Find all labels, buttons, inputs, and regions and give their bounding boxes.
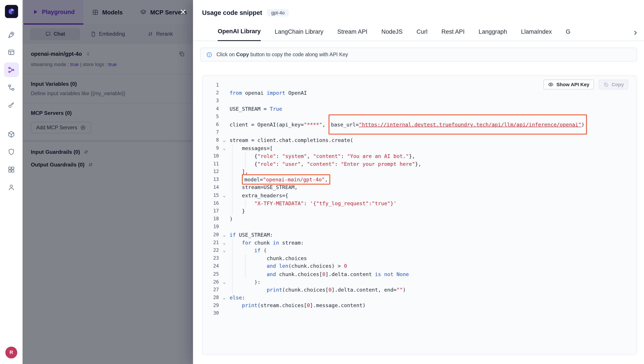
- show-api-key-label: Show API Key: [556, 82, 589, 87]
- fold-chevron-icon[interactable]: ⌄: [219, 192, 230, 199]
- code-line: 15⌄ extra_headers={: [202, 192, 636, 199]
- code-text: model="openai-main/gpt-4o",: [230, 176, 330, 184]
- info-text: Click on Copy button to copy the code al…: [217, 52, 348, 57]
- line-number: 2: [202, 89, 219, 97]
- fold-gutter: [219, 89, 230, 97]
- truefoundry-logo[interactable]: [5, 5, 18, 18]
- line-number: 14: [202, 184, 219, 192]
- code-lines: 12from openai import OpenAI34USE_STREAM …: [202, 81, 636, 317]
- line-number: 21: [202, 239, 219, 246]
- line-number: 9: [202, 144, 219, 152]
- copy-info-banner: Click on Copy button to copy the code al…: [200, 48, 637, 62]
- tab-overflow-cut[interactable]: G: [566, 28, 570, 40]
- modal-dim-overlay: [23, 0, 193, 364]
- fold-gutter: [219, 152, 230, 160]
- code-text: for chunk in stream:: [230, 239, 304, 246]
- line-number: 30: [202, 310, 219, 318]
- copy-icon: [603, 82, 608, 87]
- integrations-nav-apps-icon[interactable]: [4, 162, 19, 177]
- fold-gutter: [219, 168, 230, 176]
- fold-gutter: [219, 160, 230, 168]
- code-line: 21⌄ for chunk in stream:: [202, 239, 636, 246]
- close-icon: [179, 8, 187, 16]
- code-text: print(chunk.choices[0].delta.content, en…: [230, 286, 406, 294]
- tab-langchain-library[interactable]: LangChain Library: [275, 28, 323, 40]
- fold-gutter: [219, 97, 230, 105]
- tab-nodejs[interactable]: NodeJS: [381, 28, 403, 40]
- fold-chevron-icon[interactable]: ⌄: [219, 246, 230, 254]
- code-text: chunk.choices: [230, 254, 307, 262]
- fold-chevron-icon[interactable]: ⌄: [219, 231, 230, 239]
- user-avatar[interactable]: R: [5, 346, 17, 358]
- code-line: 25 and chunk.choices[0].delta.content is…: [202, 270, 636, 278]
- fold-gutter: [219, 81, 230, 89]
- line-number: 28: [202, 294, 219, 302]
- fold-chevron-icon[interactable]: ⌄: [219, 294, 230, 302]
- code-text: client = OpenAI(api_key="****", base_url…: [230, 120, 587, 128]
- code-line: 14 stream=USE_STREAM,: [202, 184, 636, 192]
- line-number: 7: [202, 128, 219, 136]
- code-line: 19: [202, 223, 636, 231]
- ai-gateway-nav-icon[interactable]: [4, 62, 19, 77]
- code-line: 2from openai import OpenAI: [202, 89, 636, 97]
- docs-nav-shield-icon[interactable]: [4, 144, 19, 159]
- code-text: stream = client.chat.completions.create(: [230, 136, 353, 144]
- tab-stream-api[interactable]: Stream API: [337, 28, 368, 40]
- line-number: 29: [202, 302, 219, 310]
- line-number: 6: [202, 120, 219, 128]
- code-text: extra_headers={: [230, 192, 288, 199]
- line-number: 25: [202, 270, 219, 278]
- indent-guide: [245, 254, 246, 278]
- fold-chevron-icon[interactable]: ⌄: [219, 144, 230, 152]
- account-nav-user-icon[interactable]: [4, 180, 19, 194]
- code-line: 20⌄if USE_STREAM:: [202, 231, 636, 239]
- tab-rest-api[interactable]: Rest API: [441, 28, 465, 40]
- secrets-nav-key-icon[interactable]: [4, 98, 19, 112]
- code-line: 17 }: [202, 207, 636, 215]
- code-line: 26⌄ ):: [202, 278, 636, 286]
- icon-rail: R: [0, 0, 23, 364]
- code-text: if USE_STREAM:: [230, 231, 273, 239]
- tab-curl[interactable]: Curl: [417, 28, 427, 40]
- logo-cube-icon: [7, 8, 16, 16]
- fold-gutter: [219, 184, 230, 192]
- code-text: {"role": "system", "content": "You are a…: [230, 152, 415, 160]
- tabs-scroll-right-chevron-icon[interactable]: [632, 30, 638, 36]
- line-number: 10: [202, 152, 219, 160]
- line-number: 12: [202, 168, 219, 176]
- tab-openai-library[interactable]: OpenAI Library: [218, 28, 261, 41]
- show-api-key-button[interactable]: Show API Key: [543, 80, 594, 90]
- code-text: ):: [230, 278, 261, 286]
- code-line: 22⌄ if (: [202, 246, 636, 254]
- workflows-nav-icon[interactable]: [4, 80, 19, 95]
- fold-chevron-icon[interactable]: ⌄: [219, 278, 230, 286]
- fold-chevron-icon[interactable]: ⌄: [219, 239, 230, 246]
- deploy-nav-rocket-icon[interactable]: [4, 27, 19, 42]
- line-number: 17: [202, 207, 219, 215]
- line-number: 15: [202, 192, 219, 199]
- line-number: 20: [202, 231, 219, 239]
- code-actions: Show API Key Copy: [543, 80, 628, 90]
- close-drawer-button[interactable]: [177, 6, 189, 18]
- fold-gutter: [219, 302, 230, 310]
- tab-llamaindex[interactable]: LlamaIndex: [521, 28, 552, 40]
- fold-chevron-icon[interactable]: ⌄: [219, 136, 230, 144]
- fold-gutter: [219, 254, 230, 262]
- deployments-nav-package-icon[interactable]: [4, 127, 19, 142]
- line-number: 8: [202, 136, 219, 144]
- code-text: and chunk.choices[0].delta.content is no…: [230, 270, 409, 278]
- app-window: R Playground Models MCP Servers Chat: [0, 0, 644, 364]
- code-text: else:: [230, 294, 245, 302]
- indent-guide: [232, 144, 233, 215]
- code-line: 30: [202, 310, 636, 318]
- code-line: 4USE_STREAM = True: [202, 105, 636, 113]
- fold-gutter: [219, 113, 230, 120]
- drawer-title: Usage code snippet: [202, 9, 262, 16]
- code-text: ): [230, 215, 233, 223]
- data-nav-table-icon[interactable]: [4, 44, 19, 60]
- line-number: 11: [202, 160, 219, 168]
- tab-langgraph[interactable]: Langgraph: [479, 28, 507, 40]
- copy-code-button[interactable]: Copy: [599, 80, 628, 90]
- line-number: 1: [202, 81, 219, 89]
- fold-gutter: [219, 215, 230, 223]
